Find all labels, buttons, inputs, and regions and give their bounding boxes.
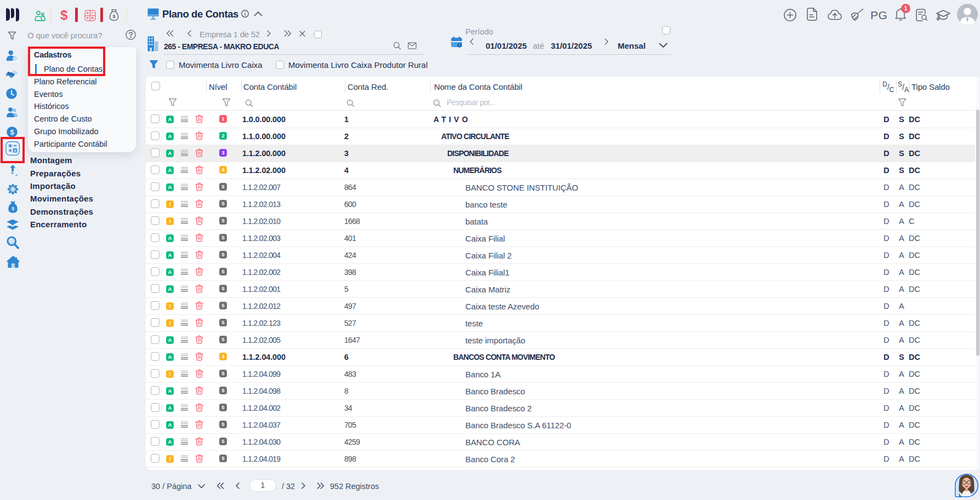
svg-text:$: $ <box>10 128 14 136</box>
svg-text:$: $ <box>113 14 116 19</box>
svg-text:$: $ <box>12 206 14 211</box>
